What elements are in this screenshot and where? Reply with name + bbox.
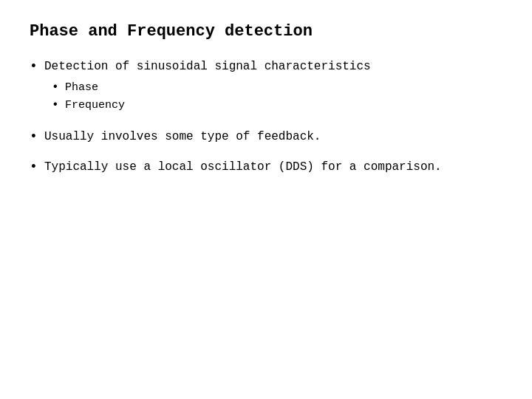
sub-bullet-label-frequency: Frequency <box>65 98 125 114</box>
sub-bullet-list-1: • Phase • Frequency <box>52 80 502 114</box>
bullet-item-3: • Typically use a local oscillator (DDS)… <box>30 159 502 176</box>
sub-bullet-label-phase: Phase <box>65 80 98 96</box>
bullet-label-2: Usually involves some type of feedback. <box>44 130 321 143</box>
bullet-label-1: Detection of sinusoidal signal character… <box>44 60 371 73</box>
sub-bullet-item-frequency: • Frequency <box>52 98 502 114</box>
bullet-item-2: • Usually involves some type of feedback… <box>30 129 502 146</box>
bullet-dot-2: • <box>30 129 41 146</box>
bullet-item-1: • Detection of sinusoidal signal charact… <box>30 58 502 115</box>
bullet-text-3: Typically use a local oscillator (DDS) f… <box>44 159 502 176</box>
bullet-dot-1: • <box>30 58 41 75</box>
bullet-text-2: Usually involves some type of feedback. <box>44 129 502 146</box>
sub-bullet-dot-frequency: • <box>52 98 62 113</box>
bullet-label-3: Typically use a local oscillator (DDS) f… <box>44 160 442 174</box>
bullet-text-1: Detection of sinusoidal signal character… <box>44 58 502 115</box>
sub-bullet-dot-phase: • <box>52 80 62 95</box>
bullet-dot-3: • <box>30 159 41 176</box>
sub-bullet-item-phase: • Phase <box>52 80 502 96</box>
main-bullet-list: • Detection of sinusoidal signal charact… <box>30 58 502 176</box>
slide-container: Phase and Frequency detection • Detectio… <box>0 0 532 399</box>
slide-title: Phase and Frequency detection <box>30 22 502 41</box>
